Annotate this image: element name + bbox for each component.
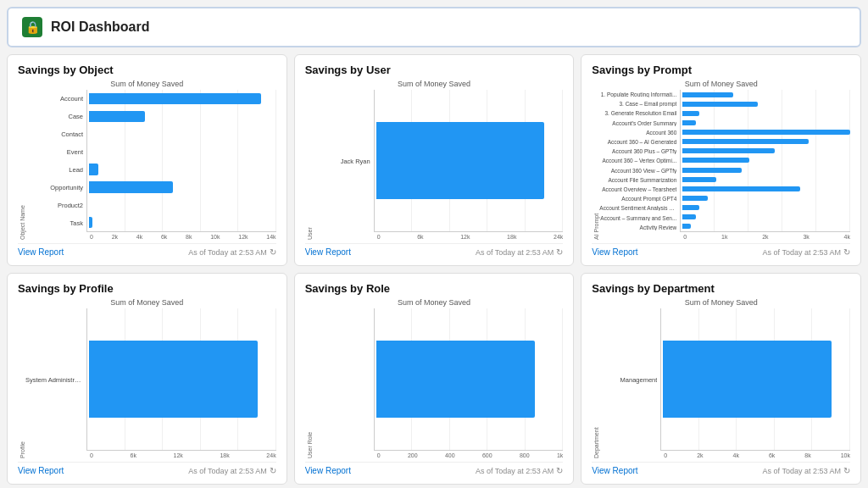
refresh-icon[interactable]: ↻ bbox=[843, 466, 850, 475]
x-tick: 3k bbox=[803, 234, 809, 240]
view-report-savings-by-profile[interactable]: View Report bbox=[18, 466, 64, 475]
svg-wrapper-savings-by-user: UserJack Ryan06k12k18k24k bbox=[305, 90, 564, 240]
card-savings-by-department: Savings by DepartmentSum of Money SavedD… bbox=[581, 273, 861, 485]
timestamp-savings-by-profile: As of Today at 2:53 AM↻ bbox=[188, 466, 275, 475]
y-axis-label: Account Prompt GPT4 bbox=[599, 196, 676, 202]
view-report-savings-by-role[interactable]: View Report bbox=[305, 466, 351, 475]
bar-row bbox=[682, 128, 850, 137]
timestamp-text: As of Today at 2:53 AM bbox=[188, 248, 266, 257]
x-tick: 2k bbox=[697, 452, 703, 458]
bar-chart-savings-by-object: Object NameAccountCaseContactEventLeadOp… bbox=[18, 90, 276, 240]
svg-wrapper-savings-by-profile: ProfileSystem Administrator06k12k18k24k bbox=[18, 308, 276, 458]
refresh-icon[interactable]: ↻ bbox=[843, 247, 850, 257]
x-ticks-savings-by-profile: 06k12k18k24k bbox=[25, 451, 276, 458]
bar bbox=[682, 186, 799, 191]
x-tick: 12k bbox=[174, 452, 183, 458]
refresh-icon[interactable]: ↻ bbox=[270, 466, 276, 475]
card-title-savings-by-prompt: Savings by Prompt bbox=[592, 64, 850, 76]
timestamp-text: As of Today at 2:53 AM bbox=[763, 248, 841, 257]
x-tick: 6k bbox=[417, 234, 423, 240]
card-footer-savings-by-user: View ReportAs of Today at 2:53 AM↻ bbox=[305, 243, 564, 257]
chart-header-savings-by-object: Sum of Money Saved bbox=[18, 80, 276, 88]
inner-chart-savings-by-prompt: 1. Populate Routing Informati...3. Case … bbox=[599, 90, 850, 240]
x-tick: 0 bbox=[683, 234, 687, 240]
inner-chart-savings-by-user: Jack Ryan06k12k18k24k bbox=[313, 90, 564, 240]
bar-row bbox=[682, 156, 850, 165]
view-report-savings-by-user[interactable]: View Report bbox=[305, 247, 351, 257]
bar bbox=[682, 224, 691, 229]
x-tick: 12k bbox=[238, 234, 248, 240]
x-tick: 6k bbox=[161, 234, 167, 240]
y-axis-label: Task bbox=[25, 219, 83, 227]
y-axis-label: Account 360 – AI Generated bbox=[599, 139, 676, 145]
x-tick: 18k bbox=[220, 452, 229, 458]
bar-row bbox=[376, 308, 564, 450]
bar-row bbox=[682, 147, 850, 156]
bar-row bbox=[89, 196, 276, 214]
card-title-savings-by-department: Savings by Department bbox=[592, 282, 850, 295]
chart-header-savings-by-prompt: Sum of Money Saved bbox=[592, 80, 850, 88]
refresh-icon[interactable]: ↻ bbox=[556, 466, 563, 475]
bar-row bbox=[663, 308, 850, 450]
y-axis-label: Contact bbox=[25, 130, 83, 138]
bar bbox=[89, 111, 145, 123]
y-axis-label: Account 360 – Vertex Optimi... bbox=[599, 158, 676, 164]
bar-row bbox=[89, 125, 276, 143]
view-report-savings-by-department[interactable]: View Report bbox=[592, 466, 637, 475]
y-labels-savings-by-profile: System Administrator bbox=[25, 308, 86, 451]
y-axis-label: Activity Review bbox=[599, 225, 676, 230]
y-axis-label: Product2 bbox=[25, 202, 83, 209]
x-ticks-savings-by-role: 02004006008001k bbox=[313, 451, 564, 458]
card-savings-by-object: Savings by ObjectSum of Money SavedObjec… bbox=[7, 54, 287, 266]
bar-row bbox=[89, 143, 276, 161]
bar bbox=[682, 148, 775, 153]
refresh-icon[interactable]: ↻ bbox=[556, 247, 563, 257]
svg-wrapper-savings-by-object: Object NameAccountCaseContactEventLeadOp… bbox=[18, 90, 276, 240]
bar-row bbox=[682, 213, 850, 222]
y-axis-label: Account bbox=[25, 95, 83, 103]
y-axis-label: Account File Summarization bbox=[599, 177, 676, 183]
bar bbox=[89, 93, 261, 105]
x-tick: 600 bbox=[482, 452, 492, 458]
bar bbox=[89, 217, 92, 229]
chart-area-savings-by-user: Sum of Money SavedUserJack Ryan06k12k18k… bbox=[305, 80, 564, 240]
card-savings-by-user: Savings by UserSum of Money SavedUserJac… bbox=[294, 54, 575, 266]
bar bbox=[682, 130, 850, 135]
dashboard-title: ROI Dashboard bbox=[51, 19, 149, 35]
y-axis-title-savings-by-department: Department bbox=[592, 308, 599, 458]
timestamp-savings-by-role: As of Today at 2:53 AM↻ bbox=[476, 466, 563, 475]
y-axis-label: System Administrator bbox=[25, 376, 83, 384]
y-labels-savings-by-user: Jack Ryan bbox=[313, 90, 374, 232]
x-tick: 24k bbox=[266, 452, 275, 458]
refresh-icon[interactable]: ↻ bbox=[270, 247, 276, 257]
bar bbox=[376, 122, 545, 200]
view-report-savings-by-object[interactable]: View Report bbox=[18, 247, 64, 257]
x-tick: 800 bbox=[520, 452, 530, 458]
bar-row bbox=[89, 214, 276, 231]
y-axis-label: Account's Order Summary bbox=[599, 120, 676, 126]
y-axis-label: Account Overview – Tearsheet bbox=[599, 186, 676, 192]
chart-header-savings-by-user: Sum of Money Saved bbox=[305, 80, 564, 88]
x-tick: 0 bbox=[90, 452, 93, 458]
x-tick: 18k bbox=[507, 234, 516, 240]
card-savings-by-prompt: Savings by PromptSum of Money SavedAI Pr… bbox=[581, 54, 861, 266]
timestamp-savings-by-object: As of Today at 2:53 AM↻ bbox=[188, 247, 275, 257]
view-report-savings-by-prompt[interactable]: View Report bbox=[592, 247, 637, 257]
y-axis-label: 3. Case – Email prompt bbox=[599, 101, 676, 107]
y-axis-title-savings-by-object: Object Name bbox=[18, 90, 25, 240]
bar bbox=[89, 181, 173, 193]
x-tick: 4k bbox=[733, 452, 739, 458]
svg-wrapper-savings-by-department: DepartmentManagement02k4k6k8k10k bbox=[592, 308, 850, 458]
bar-chart-savings-by-role: User Role02004006008001k bbox=[305, 308, 564, 458]
x-tick: 24k bbox=[554, 234, 563, 240]
bar-row bbox=[682, 193, 850, 202]
bar bbox=[682, 177, 716, 182]
bar bbox=[682, 214, 696, 219]
bars-area-savings-by-profile bbox=[86, 308, 276, 451]
y-axis-title-savings-by-role: User Role bbox=[305, 308, 313, 458]
timestamp-text: As of Today at 2:53 AM bbox=[188, 467, 266, 475]
card-savings-by-role: Savings by RoleSum of Money SavedUser Ro… bbox=[294, 273, 575, 485]
card-title-savings-by-profile: Savings by Profile bbox=[18, 282, 276, 295]
y-axis-label: Opportunity bbox=[25, 184, 83, 191]
y-axis-label: 1. Populate Routing Informati... bbox=[599, 92, 676, 97]
